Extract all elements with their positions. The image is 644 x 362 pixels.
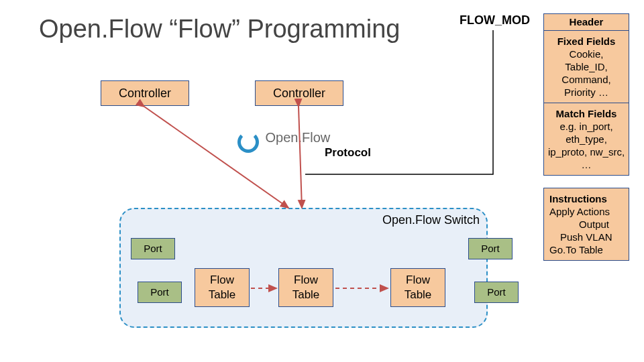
- instr-l3: Push VLAN: [549, 231, 612, 243]
- controller-box-1: Controller: [101, 80, 189, 106]
- switch-label: Open.Flow Switch: [382, 213, 480, 227]
- packet-structure: Header Fixed Fields Cookie, Table_ID, Co…: [543, 13, 629, 261]
- port-4: Port: [474, 282, 519, 303]
- openflow-text: Open.Flow: [266, 130, 331, 145]
- protocol-label: Protocol: [325, 146, 371, 160]
- flow-table-3: Flow Table: [390, 268, 445, 307]
- svg-line-1: [299, 107, 302, 208]
- slide-title: Open.Flow “Flow” Programming: [39, 15, 400, 44]
- flow-table-2: Flow Table: [278, 268, 333, 307]
- svg-line-0: [144, 107, 288, 208]
- match-fields-body: e.g. in_port, eth_type, ip_proto, nw_src…: [548, 121, 625, 170]
- packet-instructions: Instructions Apply Actions Output Push V…: [543, 188, 629, 261]
- openflow-logo: Open.Flow: [235, 127, 330, 150]
- instr-l2: Output: [549, 219, 609, 230]
- flowmod-label: FLOW_MOD: [460, 13, 530, 27]
- match-fields-title: Match Fields: [556, 108, 617, 119]
- fixed-fields-body: Cookie, Table_ID, Command, Priority …: [561, 48, 610, 98]
- instr-title: Instructions: [549, 193, 607, 204]
- instr-l1: Apply Actions: [549, 206, 610, 217]
- controller-box-2: Controller: [255, 80, 343, 106]
- port-1: Port: [131, 238, 175, 259]
- instr-l4: Go.To Table: [549, 244, 603, 255]
- port-3: Port: [468, 238, 513, 259]
- openflow-icon: [235, 127, 258, 150]
- packet-match-fields: Match Fields e.g. in_port, eth_type, ip_…: [543, 103, 629, 176]
- flow-table-1: Flow Table: [195, 268, 250, 307]
- port-2: Port: [138, 282, 182, 303]
- packet-header-box: Header: [543, 13, 629, 31]
- packet-fixed-fields: Fixed Fields Cookie, Table_ID, Command, …: [543, 31, 629, 103]
- fixed-fields-title: Fixed Fields: [557, 36, 616, 47]
